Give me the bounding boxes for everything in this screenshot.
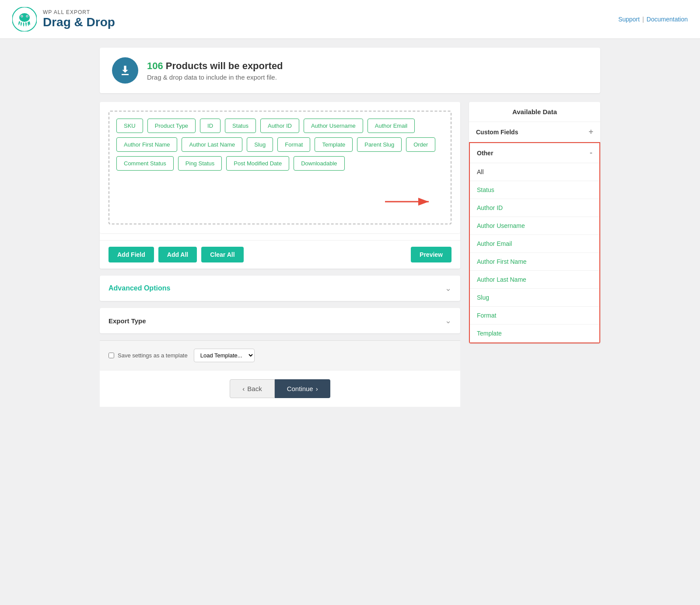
available-item[interactable]: Author Last Name — [470, 271, 599, 289]
back-button[interactable]: ‹ Back — [230, 379, 274, 398]
available-item[interactable]: Slug — [470, 289, 599, 307]
field-chip[interactable]: Order — [406, 137, 435, 152]
footer-bar: Save settings as a template Load Templat… — [100, 340, 460, 370]
nav-buttons: ‹ Back Continue › — [100, 370, 460, 407]
docs-link[interactable]: Documentation — [647, 16, 688, 23]
continue-button[interactable]: Continue › — [275, 379, 330, 398]
field-chip[interactable]: Format — [277, 137, 310, 152]
clear-all-button[interactable]: Clear All — [201, 247, 243, 262]
other-section-header: Other - — [470, 143, 599, 163]
available-item[interactable]: Template — [470, 325, 599, 343]
drag-drop-area: SKUProduct TypeIDStatusAuthor IDAuthor U… — [100, 102, 460, 233]
field-chip[interactable]: SKU — [116, 119, 143, 133]
red-arrow-annotation — [385, 189, 438, 215]
download-icon — [118, 63, 132, 77]
advanced-options-chevron: ⌄ — [445, 283, 452, 293]
available-data-header: Available Data — [469, 102, 600, 122]
available-item[interactable]: Author ID — [470, 199, 599, 217]
available-item[interactable]: Format — [470, 307, 599, 325]
left-panel: SKUProduct TypeIDStatusAuthor IDAuthor U… — [100, 102, 460, 407]
custom-fields-row: Custom Fields + — [469, 122, 600, 142]
other-section-minus-button[interactable]: - — [590, 148, 592, 157]
drag-drop-wrapper: SKUProduct TypeIDStatusAuthor IDAuthor U… — [100, 102, 460, 269]
advanced-options-title: Advanced Options — [108, 284, 170, 292]
page-header: WP ALL EXPORT Drag & Drop Support | Docu… — [0, 0, 700, 39]
preview-button[interactable]: Preview — [411, 247, 452, 262]
available-item[interactable]: Author First Name — [470, 253, 599, 271]
export-subtext: Drag & drop data to include in the expor… — [147, 73, 283, 81]
field-chip[interactable]: Slug — [247, 137, 273, 152]
right-panel: Available Data Custom Fields + Other - A… — [469, 102, 600, 343]
field-chip[interactable]: Author ID — [260, 119, 299, 133]
available-item[interactable]: All — [470, 163, 599, 181]
field-chip[interactable]: Author Last Name — [182, 137, 242, 152]
field-chip[interactable]: ID — [200, 119, 220, 133]
app-title: Drag & Drop — [43, 15, 115, 29]
export-type-section[interactable]: Export Type ⌄ — [100, 308, 460, 333]
action-buttons: Add Field Add All Clear All Preview — [100, 240, 460, 269]
available-item[interactable]: Author Username — [470, 217, 599, 235]
field-chip[interactable]: Downloadable — [294, 156, 344, 171]
field-chip[interactable]: Parent Slug — [357, 137, 402, 152]
add-field-button[interactable]: Add Field — [108, 247, 154, 262]
custom-fields-plus-button[interactable]: + — [588, 127, 593, 136]
export-banner: 106 Products will be exported Drag & dro… — [100, 48, 600, 93]
drag-drop-inner: SKUProduct TypeIDStatusAuthor IDAuthor U… — [108, 111, 452, 224]
field-chip[interactable]: Post Modified Date — [226, 156, 289, 171]
svg-point-4 — [21, 16, 22, 17]
export-count-text: 106 Products will be exported — [147, 60, 283, 72]
add-all-button[interactable]: Add All — [158, 247, 197, 262]
logo-area: WP ALL EXPORT Drag & Drop — [12, 7, 115, 31]
export-icon-circle — [112, 57, 138, 84]
header-title-block: WP ALL EXPORT Drag & Drop — [43, 9, 115, 29]
logo-icon — [12, 7, 37, 31]
advanced-options-section[interactable]: Advanced Options ⌄ — [100, 276, 460, 301]
field-chip[interactable]: Status — [225, 119, 256, 133]
export-type-chevron: ⌄ — [445, 316, 452, 325]
back-label: Back — [247, 385, 262, 392]
continue-label: Continue — [287, 385, 313, 392]
export-label: Products will be exported — [166, 60, 283, 71]
available-item[interactable]: Author Email — [470, 235, 599, 253]
export-count: 106 — [147, 60, 163, 71]
save-template-checkbox[interactable] — [108, 353, 114, 358]
available-items-list: AllStatusAuthor IDAuthor UsernameAuthor … — [470, 163, 599, 343]
header-links: Support | Documentation — [618, 16, 688, 23]
other-section: Other - AllStatusAuthor IDAuthor Usernam… — [469, 142, 600, 343]
field-chip[interactable]: Author First Name — [116, 137, 177, 152]
load-template-select[interactable]: Load Template... — [194, 349, 255, 362]
field-chip[interactable]: Template — [315, 137, 353, 152]
continue-arrow-icon: › — [316, 385, 318, 392]
available-item[interactable]: Status — [470, 181, 599, 199]
other-section-title: Other — [477, 150, 493, 157]
field-chip[interactable]: Author Email — [368, 119, 415, 133]
svg-point-1 — [19, 13, 30, 22]
available-data-panel: Available Data Custom Fields + Other - A… — [469, 102, 600, 343]
field-grid: SKUProduct TypeIDStatusAuthor IDAuthor U… — [116, 119, 444, 171]
export-text: 106 Products will be exported Drag & dro… — [147, 60, 283, 81]
back-arrow-icon: ‹ — [242, 385, 245, 392]
export-type-title: Export Type — [108, 317, 146, 325]
svg-point-5 — [27, 16, 28, 17]
field-chip[interactable]: Comment Status — [116, 156, 174, 171]
field-chip[interactable]: Author Username — [304, 119, 363, 133]
custom-fields-label: Custom Fields — [476, 129, 518, 136]
app-subtitle: WP ALL EXPORT — [43, 9, 115, 15]
field-chip[interactable]: Ping Status — [178, 156, 222, 171]
two-col-layout: SKUProduct TypeIDStatusAuthor IDAuthor U… — [100, 102, 600, 407]
support-link[interactable]: Support — [618, 16, 640, 23]
save-template-label: Save settings as a template — [108, 352, 188, 359]
save-template-text: Save settings as a template — [118, 352, 188, 359]
field-chip[interactable]: Product Type — [147, 119, 196, 133]
